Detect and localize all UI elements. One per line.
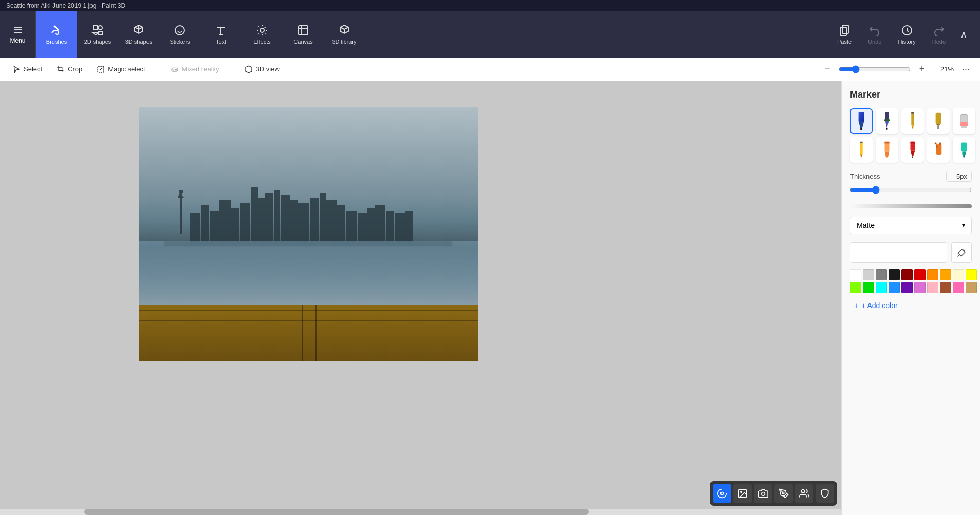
zoom-in-button[interactable]: +: [915, 62, 929, 77]
shield-bottom-icon[interactable]: [816, 484, 834, 503]
color-light-gray[interactable]: [863, 269, 874, 280]
svg-rect-21: [210, 211, 219, 244]
menu-button[interactable]: Menu: [0, 11, 36, 58]
color-brown[interactable]: [940, 282, 951, 293]
color-blue[interactable]: [889, 282, 900, 293]
crop-label: Crop: [68, 65, 82, 73]
3d-library-label: 3D library: [332, 39, 356, 45]
crop-tool[interactable]: Crop: [50, 62, 88, 77]
horizontal-scrollbar[interactable]: [0, 509, 841, 515]
svg-rect-19: [190, 213, 200, 244]
svg-rect-37: [358, 213, 367, 244]
select-tool[interactable]: Select: [6, 62, 48, 77]
svg-marker-71: [885, 152, 890, 158]
color-green[interactable]: [863, 282, 874, 293]
color-orchid[interactable]: [914, 282, 926, 293]
redo-button[interactable]: Redo: [926, 20, 952, 49]
brush-pen[interactable]: [876, 108, 898, 134]
toolbar-text[interactable]: Text: [200, 11, 242, 58]
color-black[interactable]: [889, 269, 900, 280]
svg-rect-75: [912, 157, 913, 158]
people-bottom-icon[interactable]: [795, 484, 813, 503]
color-tan[interactable]: [966, 282, 977, 293]
brush-red-marker[interactable]: [901, 137, 924, 163]
svg-rect-72: [885, 142, 890, 144]
photo-bottom-icon[interactable]: [733, 484, 752, 503]
toolbar-brushes[interactable]: Brushes: [36, 11, 77, 58]
pen-bottom-icon[interactable]: [774, 484, 793, 503]
svg-rect-79: [936, 144, 938, 148]
view-3d-label: 3D view: [256, 65, 280, 73]
brush-pencil[interactable]: [901, 108, 924, 134]
color-gray[interactable]: [876, 269, 887, 280]
toolbar-3d-library[interactable]: 3D library: [324, 11, 365, 58]
paint3d-bottom-icon[interactable]: [713, 484, 731, 503]
svg-rect-20: [201, 205, 209, 244]
toolbar-effects[interactable]: Effects: [242, 11, 283, 58]
brush-marker[interactable]: [850, 108, 873, 134]
undo-button[interactable]: Undo: [862, 20, 887, 49]
canvas-area[interactable]: [0, 81, 841, 515]
color-light-pink[interactable]: [927, 282, 938, 293]
svg-rect-41: [395, 213, 405, 244]
brush-texture[interactable]: [953, 137, 975, 163]
scrollbar-thumb[interactable]: [84, 509, 589, 515]
svg-rect-61: [936, 124, 940, 125]
chevron-down-icon: ▾: [962, 222, 965, 229]
toolbar-canvas[interactable]: Canvas: [283, 11, 324, 58]
svg-point-49: [801, 490, 805, 493]
paste-button[interactable]: Paste: [831, 20, 858, 49]
svg-rect-22: [219, 200, 231, 244]
color-chartreuse[interactable]: [850, 282, 861, 293]
camera-bottom-icon[interactable]: [754, 484, 772, 503]
eyedropper-button[interactable]: [951, 242, 972, 263]
brush-pencil-yellow[interactable]: [850, 137, 873, 163]
toolbar-stickers[interactable]: Stickers: [159, 11, 200, 58]
redo-label: Redo: [932, 39, 946, 45]
add-color-button[interactable]: + + Add color: [850, 297, 972, 314]
more-options-button[interactable]: ···: [958, 62, 974, 77]
history-button[interactable]: History: [892, 20, 921, 49]
brush-airbrush[interactable]: [927, 108, 950, 134]
color-dark-red[interactable]: [901, 269, 913, 280]
magic-select-tool[interactable]: Magic select: [90, 62, 151, 77]
text-label: Text: [216, 39, 226, 45]
brush-spray[interactable]: [927, 137, 950, 163]
color-orange[interactable]: [940, 269, 951, 280]
collapse-button[interactable]: ∧: [956, 24, 972, 45]
canvas-image[interactable]: [139, 107, 478, 361]
color-white[interactable]: [850, 269, 861, 280]
mixed-reality-tool[interactable]: Mixed reality: [164, 62, 226, 77]
thickness-value: 5px: [946, 171, 972, 182]
svg-rect-56: [911, 112, 914, 125]
svg-rect-42: [405, 211, 413, 244]
svg-rect-25: [251, 187, 258, 244]
color-preview[interactable]: [850, 242, 947, 263]
svg-point-44: [721, 492, 724, 495]
thickness-slider[interactable]: [850, 186, 972, 194]
view-3d-tool[interactable]: 3D view: [238, 62, 286, 77]
color-cyan[interactable]: [876, 282, 887, 293]
matte-dropdown[interactable]: Matte ▾: [850, 217, 972, 234]
color-lemon[interactable]: [953, 269, 964, 280]
color-purple[interactable]: [901, 282, 913, 293]
brush-highlighter[interactable]: [876, 137, 898, 163]
svg-marker-58: [912, 127, 914, 129]
svg-point-54: [886, 128, 888, 130]
zoom-slider[interactable]: [839, 65, 911, 73]
color-pink[interactable]: [953, 282, 964, 293]
toolbar-3d-shapes[interactable]: 3D shapes: [118, 11, 159, 58]
brush-eraser[interactable]: [953, 108, 975, 134]
svg-rect-83: [963, 155, 965, 157]
svg-rect-55: [884, 119, 890, 121]
color-red[interactable]: [914, 269, 926, 280]
svg-rect-60: [936, 113, 941, 124]
svg-rect-36: [346, 211, 357, 244]
water-reflection: [139, 241, 478, 305]
color-yellow[interactable]: [966, 269, 977, 280]
zoom-out-button[interactable]: −: [820, 62, 835, 77]
toolbar-2d-shapes[interactable]: 2D shapes: [77, 11, 118, 58]
color-dark-orange[interactable]: [927, 269, 938, 280]
svg-rect-38: [367, 208, 375, 244]
opacity-bar[interactable]: [850, 204, 972, 208]
